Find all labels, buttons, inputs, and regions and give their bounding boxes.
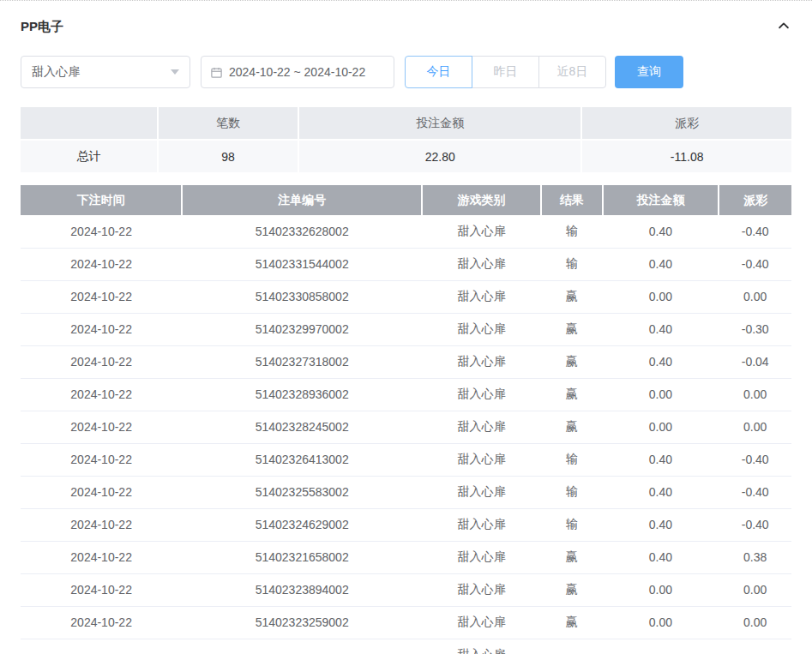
caret-down-icon <box>171 69 179 75</box>
column-header: 投注金额 <box>603 185 719 215</box>
table-cell: 甜入心扉 <box>422 378 541 411</box>
table-cell: 51402325583002 <box>182 476 422 508</box>
table-cell: 赢 <box>541 378 602 411</box>
table-row: 总计9822.80-11.08 <box>21 140 791 172</box>
table-row: 2024-10-2251402328245002甜入心扉赢0.000.00 <box>21 411 791 443</box>
table-cell: -0.40 <box>719 248 791 280</box>
table-cell: 2024-10-22 <box>21 573 182 606</box>
table-cell: 输 <box>541 443 602 476</box>
table-cell: 0.00 <box>603 573 719 606</box>
table-header-row: 下注时间注单编号游戏类别结果投注金额派彩 <box>21 185 791 215</box>
table-row: 2024-10-2251402328936002甜入心扉赢0.000.00 <box>21 378 791 411</box>
table-cell: 0.40 <box>603 345 719 378</box>
table-cell: 0.40 <box>603 476 719 508</box>
table-cell <box>182 639 422 654</box>
table-cell: 甜入心扉 <box>422 248 541 280</box>
table-cell: 甜入心扉 <box>422 215 541 248</box>
table-cell: 51402328245002 <box>182 411 422 443</box>
filter-bar: 甜入心扉 2024-10-22 ~ 2024-10-22 今日 昨日 近8日 查… <box>21 56 791 88</box>
table-cell: 甜入心扉 <box>422 639 541 654</box>
table-cell: 51402327318002 <box>182 345 422 378</box>
table-cell: 0.40 <box>603 443 719 476</box>
table-row: 2024-10-2251402321658002甜入心扉赢0.400.38 <box>21 541 791 573</box>
table-cell: 输 <box>541 508 602 541</box>
table-cell: 98 <box>158 140 298 172</box>
table-cell: 赢 <box>541 280 602 313</box>
table-row: 2024-10-2251402323259002甜入心扉赢0.000.00 <box>21 606 791 639</box>
table-cell: 0.00 <box>719 573 791 606</box>
table-cell: 2024-10-22 <box>21 248 182 280</box>
table-cell: 0.00 <box>603 280 719 313</box>
table-cell: 51402323894002 <box>182 573 422 606</box>
table-cell: 输 <box>541 248 602 280</box>
panel-pp-electronic: PP电子 甜入心扉 2024-10-22 ~ 2024-10-22 <box>0 0 812 654</box>
table-cell: 输 <box>541 476 602 508</box>
table-cell: 0.00 <box>603 411 719 443</box>
quick-filter-today[interactable]: 今日 <box>405 56 472 88</box>
panel-title: PP电子 <box>21 19 63 35</box>
table-cell: -0.40 <box>719 443 791 476</box>
game-select-value: 甜入心扉 <box>32 64 80 80</box>
column-header: 结果 <box>541 185 602 215</box>
column-header: 游戏类别 <box>422 185 541 215</box>
table-cell: 51402329970002 <box>182 313 422 345</box>
table-cell: 0.00 <box>719 606 791 639</box>
collapse-button[interactable] <box>776 18 791 36</box>
column-header: 派彩 <box>719 185 791 215</box>
table-cell: 赢 <box>541 541 602 573</box>
column-header: 派彩 <box>581 107 791 140</box>
column-header: 笔数 <box>158 107 298 140</box>
game-select[interactable]: 甜入心扉 <box>21 56 190 88</box>
table-cell: 51402331544002 <box>182 248 422 280</box>
table-cell: 甜入心扉 <box>422 443 541 476</box>
table-cell: 甜入心扉 <box>422 280 541 313</box>
table-cell: 0.38 <box>719 541 791 573</box>
quick-filter-yesterday[interactable]: 昨日 <box>472 56 539 88</box>
table-cell <box>603 639 719 654</box>
table-cell: 51402328936002 <box>182 378 422 411</box>
table-cell: -0.40 <box>719 215 791 248</box>
table-row: 2024-10-2251402329970002甜入心扉赢0.40-0.30 <box>21 313 791 345</box>
summary-header-row: 笔数投注金额派彩 <box>21 107 791 140</box>
quick-filter-last8days[interactable]: 近8日 <box>538 56 606 88</box>
table-cell: 甜入心扉 <box>422 411 541 443</box>
table-row: 2024-10-2251402327318002甜入心扉赢0.40-0.04 <box>21 345 791 378</box>
table-cell: 2024-10-22 <box>21 345 182 378</box>
table-cell: 51402323259002 <box>182 606 422 639</box>
table-cell: -11.08 <box>581 140 791 172</box>
table-cell: 2024-10-22 <box>21 476 182 508</box>
table-cell: 甜入心扉 <box>422 345 541 378</box>
table-cell: 总计 <box>21 140 158 172</box>
date-range-input[interactable]: 2024-10-22 ~ 2024-10-22 <box>201 56 394 88</box>
column-header: 下注时间 <box>21 185 182 215</box>
column-header: 注单编号 <box>182 185 422 215</box>
table-cell: 赢 <box>541 411 602 443</box>
table-cell: 2024-10-22 <box>21 606 182 639</box>
table-row: 2024-10-2251402326413002甜入心扉输0.40-0.40 <box>21 443 791 476</box>
table-cell: 0.40 <box>603 541 719 573</box>
table-cell: 0.40 <box>603 313 719 345</box>
table-cell: 赢 <box>541 345 602 378</box>
table-body: 2024-10-2251402332628002甜入心扉输0.40-0.4020… <box>21 215 791 654</box>
calendar-icon <box>210 66 223 79</box>
summary-body: 总计9822.80-11.08 <box>21 140 791 172</box>
table-row: 2024-10-2251402324629002甜入心扉输0.40-0.40 <box>21 508 791 541</box>
quick-filter-group: 今日 昨日 近8日 <box>405 56 606 88</box>
table-cell: 2024-10-22 <box>21 411 182 443</box>
search-button[interactable]: 查询 <box>615 56 683 88</box>
bet-records-table: 下注时间注单编号游戏类别结果投注金额派彩 2024-10-22514023326… <box>21 185 791 654</box>
table-cell: 2024-10-22 <box>21 215 182 248</box>
table-cell: 甜入心扉 <box>422 573 541 606</box>
table-cell: 51402321658002 <box>182 541 422 573</box>
table-row: 2024-10-2251402331544002甜入心扉输0.40-0.40 <box>21 248 791 280</box>
table-cell: 51402326413002 <box>182 443 422 476</box>
table-cell: 甜入心扉 <box>422 313 541 345</box>
table-cell: 0.00 <box>719 411 791 443</box>
table-row: 2024-10-2251402330858002甜入心扉赢0.000.00 <box>21 280 791 313</box>
table-row: 2024-10-2251402323894002甜入心扉赢0.000.00 <box>21 573 791 606</box>
table-cell: 0.00 <box>603 378 719 411</box>
table-row: 2024-10-2251402332628002甜入心扉输0.40-0.40 <box>21 215 791 248</box>
table-cell: -0.04 <box>719 345 791 378</box>
table-cell: 赢 <box>541 606 602 639</box>
table-cell: 51402330858002 <box>182 280 422 313</box>
